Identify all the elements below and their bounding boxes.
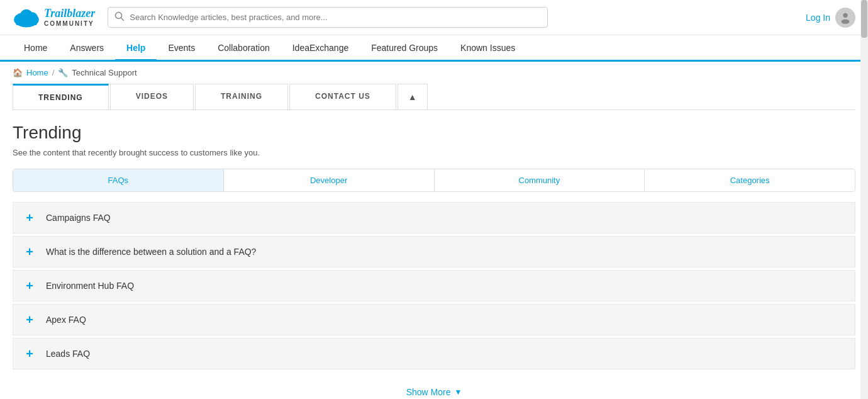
home-icon: 🏠	[13, 68, 23, 77]
nav-item-home[interactable]: Home	[13, 35, 58, 60]
nav-item-help[interactable]: Help	[115, 37, 157, 61]
tab-training[interactable]: TRAINING	[195, 84, 288, 110]
show-more-button[interactable]: Show More ▼	[406, 387, 462, 397]
nav-item-collaboration[interactable]: Collaboration	[206, 35, 281, 60]
svg-point-3	[20, 9, 33, 20]
svg-point-8	[842, 19, 850, 23]
avatar	[835, 8, 855, 28]
faq-label-leads: Leads FAQ	[46, 349, 90, 359]
nav-item-events[interactable]: Events	[157, 35, 206, 60]
sub-tab-developer[interactable]: Developer	[224, 169, 435, 191]
faq-label-campaigns: Campaigns FAQ	[46, 213, 111, 223]
faq-item-apex[interactable]: + Apex FAQ	[13, 304, 855, 335]
logo-area: Trailblazer COMMUNITY	[13, 4, 95, 31]
faq-item-solution[interactable]: + What is the difference between a solut…	[13, 236, 855, 267]
svg-line-6	[121, 18, 124, 21]
trending-sub-tabs: FAQs Developer Community Categories	[13, 169, 855, 192]
svg-point-7	[843, 13, 847, 17]
tab-contact-us[interactable]: CONTACT US	[289, 84, 396, 110]
sub-tab-community[interactable]: Community	[435, 169, 645, 191]
faq-expand-icon-leads: +	[23, 347, 36, 360]
nav-bar: Home Answers Help Events Collaboration I…	[0, 35, 868, 62]
trailblazer-text: Trailblazer COMMUNITY	[44, 8, 95, 27]
show-more-area: Show More ▼	[13, 379, 855, 399]
sub-tab-faqs[interactable]: FAQs	[13, 169, 224, 191]
faq-expand-icon-solution: +	[23, 245, 36, 258]
tab-trending[interactable]: TRENDING	[13, 84, 109, 110]
trending-title: Trending	[13, 123, 855, 143]
breadcrumb-separator: /	[52, 68, 55, 77]
faq-list: + Campaigns FAQ + What is the difference…	[13, 202, 855, 369]
search-input[interactable]	[130, 13, 541, 22]
breadcrumb: 🏠 Home / 🔧 Technical Support	[0, 62, 868, 84]
sub-tab-categories[interactable]: Categories	[645, 169, 855, 191]
faq-label-apex: Apex FAQ	[46, 315, 86, 325]
tab-videos[interactable]: VIDEOS	[110, 84, 194, 110]
community-label: COMMUNITY	[44, 20, 95, 27]
scrollbar[interactable]	[860, 0, 868, 399]
faq-label-environment: Environment Hub FAQ	[46, 281, 134, 291]
trailblazer-label: Trailblazer	[44, 8, 95, 20]
nav-item-known-issues[interactable]: Known Issues	[449, 35, 526, 60]
faq-item-leads[interactable]: + Leads FAQ	[13, 338, 855, 369]
header: Trailblazer COMMUNITY Log In	[0, 0, 868, 35]
search-icon	[114, 11, 125, 23]
trending-subtitle: See the content that recently brought su…	[13, 148, 855, 157]
show-more-label: Show More	[406, 387, 451, 397]
tab-collapse-button[interactable]: ▲	[398, 84, 428, 110]
faq-expand-icon-environment: +	[23, 279, 36, 292]
svg-rect-4	[16, 20, 37, 25]
show-more-arrow-icon: ▼	[454, 388, 462, 396]
breadcrumb-current: Technical Support	[72, 68, 136, 77]
salesforce-logo	[13, 4, 40, 31]
trending-section: Trending See the content that recently b…	[13, 123, 855, 399]
wrench-icon: 🔧	[58, 68, 68, 77]
main-content: Trending See the content that recently b…	[0, 110, 868, 399]
nav-item-answers[interactable]: Answers	[58, 35, 115, 60]
faq-expand-icon-apex: +	[23, 313, 36, 326]
search-bar	[108, 7, 548, 28]
faq-label-solution: What is the difference between a solutio…	[46, 247, 256, 257]
login-link[interactable]: Log In	[806, 13, 830, 23]
faq-item-campaigns[interactable]: + Campaigns FAQ	[13, 202, 855, 233]
nav-item-featured-groups[interactable]: Featured Groups	[360, 35, 449, 60]
header-right: Log In	[806, 8, 855, 28]
nav-item-ideaexchange[interactable]: IdeaExchange	[281, 35, 360, 60]
faq-expand-icon-campaigns: +	[23, 211, 36, 224]
faq-item-environment[interactable]: + Environment Hub FAQ	[13, 270, 855, 301]
breadcrumb-home[interactable]: Home	[26, 68, 48, 77]
content-tabs: TRENDING VIDEOS TRAINING CONTACT US ▲	[13, 84, 855, 110]
